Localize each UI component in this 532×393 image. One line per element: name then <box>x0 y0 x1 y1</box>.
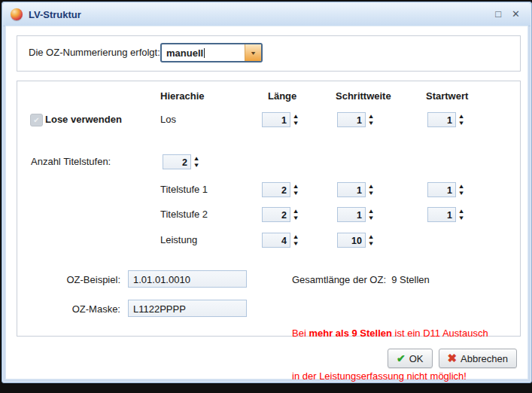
spin-down-icon[interactable]: ▼ <box>292 215 299 221</box>
warning-line-1: Bei mehr als 9 Stellen ist ein D11 Austa… <box>292 326 488 340</box>
ok-button-label: OK <box>409 353 424 364</box>
row-titelstufe-2-label: Titelstufe 2 <box>160 209 208 220</box>
gesamtlaenge-label: Gesamtlänge der OZ: 9 Stellen <box>292 274 430 285</box>
titelstufe2-startwert-spinner: 1 ▲▼ <box>427 206 464 223</box>
header-step: Schrittweite <box>336 90 391 102</box>
gesamtlaenge-value: 9 Stellen <box>391 274 430 285</box>
titelstufe2-startwert-input[interactable]: 1 <box>427 207 456 222</box>
gesamtlaenge-label-text: Gesamtlänge der OZ: <box>292 274 386 285</box>
cancel-cross-icon: ✖ <box>448 352 458 365</box>
row-los: ✔ Lose verwenden Los 1 ▲▼ 1 ▲▼ 1 ▲▼ <box>17 111 520 129</box>
los-laenge-spinner: 1 ▲▼ <box>262 111 299 128</box>
structure-groupbox: Hierachie Länge Schrittweite Startwert ✔… <box>17 81 521 337</box>
spin-up-icon[interactable]: ▲ <box>292 184 299 189</box>
spin-up-icon[interactable]: ▲ <box>458 114 464 119</box>
numbering-combobox[interactable]: manuell ▼ <box>160 43 263 62</box>
warning-pre: Bei <box>292 328 309 339</box>
spin-down-icon[interactable]: ▼ <box>292 120 299 126</box>
row-leistung-label: Leistung <box>160 234 197 245</box>
titelstufe2-laenge-input[interactable]: 2 <box>262 207 290 222</box>
titelstufe1-startwert-input[interactable]: 1 <box>427 182 456 197</box>
spin-down-icon[interactable]: ▼ <box>458 120 464 126</box>
leistung-schrittweite-spinner: 10 ▲▼ <box>337 232 374 248</box>
spin-down-icon[interactable]: ▼ <box>367 190 374 196</box>
spin-down-icon[interactable]: ▼ <box>458 190 464 196</box>
header-hierarchy: Hierachie <box>160 90 205 102</box>
warning-bold: mehr als 9 Stellen <box>309 328 392 339</box>
ok-button[interactable]: ✔ OK <box>388 349 433 368</box>
spin-up-icon[interactable]: ▲ <box>292 234 299 239</box>
maximize-icon[interactable]: □ <box>495 9 501 20</box>
spin-down-icon[interactable]: ▼ <box>193 163 199 168</box>
window-controls: □ ✕ <box>495 9 530 20</box>
titelstufe1-schrittweite-spinner: 1 ▲▼ <box>337 181 374 198</box>
oz-maske-label: OZ-Maske: <box>32 303 120 315</box>
oz-maske-field[interactable]: L1122PPPP <box>128 300 247 317</box>
close-icon[interactable]: ✕ <box>512 9 520 20</box>
titelstufe2-schrittweite-spinner: 1 ▲▼ <box>337 206 374 223</box>
spin-up-icon[interactable]: ▲ <box>367 234 374 239</box>
titelstufe2-schrittweite-input[interactable]: 1 <box>337 207 366 222</box>
spin-up-icon[interactable]: ▲ <box>292 209 299 214</box>
row-anzahl-titelstufen: Anzahl Titelstufen: 2 ▲▼ <box>17 154 520 172</box>
spin-down-icon[interactable]: ▼ <box>292 241 299 246</box>
app-icon <box>11 8 23 20</box>
leistung-laenge-input[interactable]: 4 <box>262 233 290 248</box>
spin-up-icon[interactable]: ▲ <box>367 184 374 189</box>
titelstufe1-laenge-input[interactable]: 2 <box>262 182 290 197</box>
numbering-combobox-button[interactable]: ▼ <box>245 44 261 61</box>
spin-up-icon[interactable]: ▲ <box>367 114 374 119</box>
row-titelstufe-1: Titelstufe 1 2 ▲▼ 1 ▲▼ 1 ▲▼ <box>17 181 520 200</box>
spin-up-icon[interactable]: ▲ <box>367 209 374 214</box>
warning-rest: ist ein D11 Austausch <box>392 328 488 339</box>
los-startwert-spinner: 1 ▲▼ <box>427 111 464 128</box>
dialog-window: LV-Struktur □ ✕ Die OZ-Nummerierung erfo… <box>2 2 532 383</box>
cancel-button[interactable]: ✖ Abbrechen <box>439 349 517 368</box>
titelstufe1-startwert-spinner: 1 ▲▼ <box>427 181 464 198</box>
row-titelstufe-1-label: Titelstufe 1 <box>160 184 208 195</box>
numbering-groupbox: Die OZ-Nummerierung erfolgt: manuell ▼ <box>17 35 521 72</box>
spin-up-icon[interactable]: ▲ <box>193 156 199 161</box>
row-titelstufe-2: Titelstufe 2 2 ▲▼ 1 ▲▼ 1 ▲▼ <box>17 206 520 224</box>
spin-down-icon[interactable]: ▼ <box>292 190 299 196</box>
spin-up-icon[interactable]: ▲ <box>292 114 299 119</box>
spin-down-icon[interactable]: ▼ <box>367 120 374 126</box>
numbering-label: Die OZ-Nummerierung erfolgt: <box>29 47 160 58</box>
dropdown-arrow-icon: ▼ <box>250 50 257 56</box>
ok-check-icon: ✔ <box>397 352 406 364</box>
spin-down-icon[interactable]: ▼ <box>367 241 374 246</box>
anzahl-titelstufen-spinner: 2 ▲▼ <box>163 154 199 170</box>
header-start: Startwert <box>426 90 468 102</box>
titelstufe1-schrittweite-input[interactable]: 1 <box>337 182 366 197</box>
lose-verwenden-label: Lose verwenden <box>45 114 122 125</box>
numbering-combobox-value[interactable]: manuell <box>162 47 245 59</box>
anzahl-titelstufen-input[interactable]: 2 <box>163 154 191 169</box>
spin-down-icon[interactable]: ▼ <box>367 215 374 221</box>
spin-up-icon[interactable]: ▲ <box>458 184 464 189</box>
row-los-label: Los <box>160 114 176 125</box>
lose-verwenden-checkbox[interactable]: ✔ <box>30 114 43 126</box>
spin-down-icon[interactable]: ▼ <box>458 215 464 221</box>
footer-buttons: ✔ OK ✖ Abbrechen <box>388 349 517 368</box>
spin-up-icon[interactable]: ▲ <box>458 209 464 214</box>
titelstufe1-laenge-spinner: 2 ▲▼ <box>262 181 299 198</box>
header-length: Länge <box>268 90 296 102</box>
los-schrittweite-spinner: 1 ▲▼ <box>337 111 374 128</box>
checkbox-check-icon: ✔ <box>33 116 39 124</box>
los-laenge-input[interactable]: 1 <box>262 112 290 127</box>
los-startwert-input[interactable]: 1 <box>427 112 456 127</box>
anzahl-titelstufen-label: Anzahl Titelstufen: <box>31 156 111 167</box>
window-title: LV-Struktur <box>29 9 81 20</box>
row-leistung: Leistung 4 ▲▼ 10 ▲▼ <box>17 232 520 250</box>
cancel-button-label: Abbrechen <box>461 353 508 364</box>
leistung-laenge-spinner: 4 ▲▼ <box>262 232 299 248</box>
leistung-schrittweite-input[interactable]: 10 <box>337 233 366 248</box>
oz-beispiel-field[interactable]: 1.01.01.0010 <box>128 270 247 288</box>
header-row: Hierachie Länge Schrittweite Startwert <box>17 90 520 108</box>
titelstufe2-laenge-spinner: 2 ▲▼ <box>262 206 299 223</box>
warning-line-2: in der Leistungserfassung nicht möglich! <box>292 369 488 383</box>
title-bar[interactable]: LV-Struktur □ ✕ <box>3 3 530 26</box>
dialog-content: Die OZ-Nummerierung erfolgt: manuell ▼ H… <box>5 26 528 379</box>
los-schrittweite-input[interactable]: 1 <box>337 112 366 127</box>
warning-text: Bei mehr als 9 Stellen ist ein D11 Austa… <box>292 297 488 393</box>
